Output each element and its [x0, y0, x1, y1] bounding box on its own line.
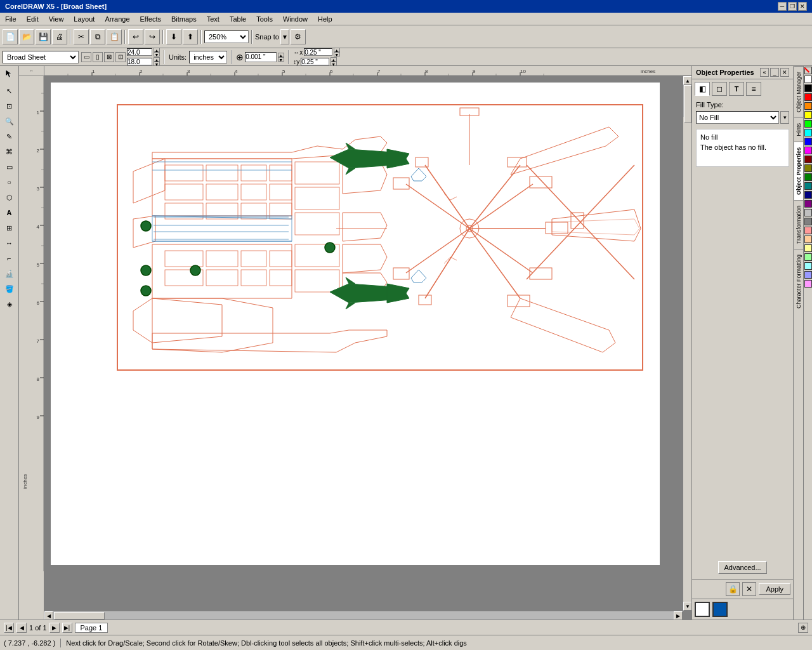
- drawing-canvas[interactable]: ▲ ▼ ◀ ▶: [44, 76, 691, 620]
- y-spinners[interactable]: ▲ ▼: [331, 57, 337, 66]
- paragraph-tab[interactable]: ≡: [746, 82, 761, 96]
- light-blue-swatch[interactable]: [804, 271, 812, 279]
- bleed-icon[interactable]: ⊡: [115, 52, 126, 62]
- side-tab-hints[interactable]: Hints: [794, 117, 803, 142]
- menu-tools[interactable]: Tools: [251, 14, 278, 24]
- side-tab-object-properties[interactable]: Object Properties: [794, 142, 803, 200]
- text-tool[interactable]: A: [3, 206, 16, 220]
- side-tab-object-manager[interactable]: Object Manager: [794, 66, 803, 117]
- paste-button[interactable]: 📋: [107, 29, 122, 44]
- cyan-swatch[interactable]: [804, 129, 812, 136]
- zoom-tool[interactable]: 🔍: [3, 114, 16, 128]
- white-swatch[interactable]: [804, 76, 812, 83]
- rectangle-tool[interactable]: ▭: [3, 160, 16, 174]
- close-panel-button[interactable]: ✕: [742, 582, 756, 596]
- pink-swatch[interactable]: [804, 227, 812, 234]
- side-tab-transformation[interactable]: Transformation: [794, 200, 803, 249]
- page-nav-next[interactable]: ▶: [49, 623, 60, 633]
- black-swatch[interactable]: [804, 84, 812, 92]
- units-dropdown[interactable]: inches: [189, 51, 227, 63]
- no-color-swatch[interactable]: [804, 67, 812, 74]
- page-nav-last[interactable]: ▶|: [62, 623, 72, 633]
- height-input[interactable]: [127, 58, 152, 65]
- zoom-dropdown[interactable]: 250%: [204, 30, 249, 43]
- import-button[interactable]: ⬇: [166, 29, 181, 44]
- freehand-tool[interactable]: ✎: [3, 129, 16, 143]
- yellow-swatch[interactable]: [804, 111, 812, 119]
- panel-close-button[interactable]: ✕: [780, 68, 789, 77]
- fill-tab[interactable]: ◧: [695, 82, 710, 96]
- maroon-swatch[interactable]: [804, 156, 812, 163]
- dark-green-swatch[interactable]: [804, 173, 812, 181]
- light-yellow-swatch[interactable]: [804, 244, 812, 252]
- y-coord-input[interactable]: [301, 58, 329, 65]
- page-nav-prev[interactable]: ◀: [16, 623, 27, 633]
- lock-button[interactable]: 🔒: [726, 582, 740, 596]
- horizontal-scrollbar[interactable]: ◀ ▶: [44, 611, 683, 620]
- minimize-button[interactable]: ─: [778, 2, 787, 11]
- vertical-scrollbar[interactable]: ▲ ▼: [683, 76, 691, 611]
- cut-button[interactable]: ✂: [74, 29, 89, 44]
- height-spinners[interactable]: ▲ ▼: [154, 57, 160, 66]
- page-tab-1[interactable]: Page 1: [75, 623, 108, 633]
- light-magenta-swatch[interactable]: [804, 280, 812, 288]
- olive-swatch[interactable]: [804, 164, 812, 172]
- scroll-left-button[interactable]: ◀: [44, 611, 53, 620]
- interactive-tool[interactable]: ◈: [3, 297, 16, 311]
- smartfill-tool[interactable]: ⌘: [3, 145, 16, 159]
- x-spinners[interactable]: ▲ ▼: [334, 48, 340, 56]
- blue-swatch[interactable]: [804, 138, 812, 145]
- scroll-up-button[interactable]: ▲: [683, 76, 691, 85]
- scroll-thumb-v[interactable]: [684, 85, 691, 123]
- outline-tab[interactable]: ◻: [712, 82, 727, 96]
- x-coord-input[interactable]: [304, 48, 332, 56]
- magenta-swatch[interactable]: [804, 147, 812, 154]
- scroll-track-h[interactable]: [53, 611, 674, 620]
- restore-button[interactable]: ❐: [788, 2, 797, 11]
- open-button[interactable]: 📂: [19, 29, 34, 44]
- save-button[interactable]: 💾: [36, 29, 51, 44]
- zoom-fit-button[interactable]: ⊕: [798, 623, 808, 633]
- window-controls[interactable]: ─ ❐ ✕: [778, 2, 807, 11]
- table-tool[interactable]: ⊞: [3, 221, 16, 235]
- side-tab-character-formatting[interactable]: Character Formatting: [794, 249, 803, 314]
- advanced-button[interactable]: Advanced...: [718, 561, 766, 574]
- snap-dropdown-btn[interactable]: ▾: [280, 29, 289, 44]
- page-orient-portrait[interactable]: ▭: [81, 52, 91, 62]
- undo-button[interactable]: ↩: [128, 29, 143, 44]
- character-tab[interactable]: T: [729, 82, 744, 96]
- red-swatch[interactable]: [804, 93, 812, 101]
- outline-color-swatch[interactable]: [712, 602, 728, 617]
- crop-tool[interactable]: ⊡: [3, 99, 16, 113]
- menu-edit[interactable]: Edit: [22, 14, 44, 24]
- navy-swatch[interactable]: [804, 191, 812, 199]
- page-orient-landscape[interactable]: ▯: [93, 52, 103, 62]
- connector-tool[interactable]: ⌐: [3, 251, 16, 265]
- width-spinners[interactable]: ▲ ▼: [154, 48, 160, 56]
- eyedropper-tool[interactable]: 🔬: [3, 267, 16, 281]
- panel-expand-button[interactable]: «: [760, 68, 769, 77]
- close-button[interactable]: ✕: [798, 2, 807, 11]
- export-button[interactable]: ⬆: [183, 29, 198, 44]
- dimension-tool[interactable]: ↔: [3, 236, 16, 250]
- menu-file[interactable]: File: [0, 14, 22, 24]
- menu-window[interactable]: Window: [278, 14, 313, 24]
- page-nav-first[interactable]: |◀: [4, 623, 14, 633]
- selector-tool[interactable]: ↖: [3, 84, 16, 98]
- page-selector[interactable]: Broad Sheet: [3, 51, 79, 63]
- fill-type-dropdown[interactable]: No Fill Uniform Fill Fountain Fill Patte…: [696, 111, 779, 124]
- scroll-right-button[interactable]: ▶: [674, 611, 683, 620]
- fill-color-swatch[interactable]: [695, 602, 710, 617]
- menu-table[interactable]: Table: [225, 14, 251, 24]
- menu-layout[interactable]: Layout: [69, 14, 100, 24]
- nudge-input[interactable]: [245, 52, 277, 62]
- green-swatch[interactable]: [804, 120, 812, 128]
- print-button[interactable]: 🖨: [52, 29, 67, 44]
- menu-text[interactable]: Text: [202, 14, 225, 24]
- polygon-tool[interactable]: ⬡: [3, 190, 16, 204]
- ellipse-tool[interactable]: ○: [3, 175, 16, 189]
- options-button[interactable]: ⚙: [291, 29, 306, 44]
- apply-button[interactable]: Apply: [759, 583, 790, 595]
- scroll-down-button[interactable]: ▼: [683, 602, 691, 611]
- scroll-track-v[interactable]: [683, 85, 691, 117]
